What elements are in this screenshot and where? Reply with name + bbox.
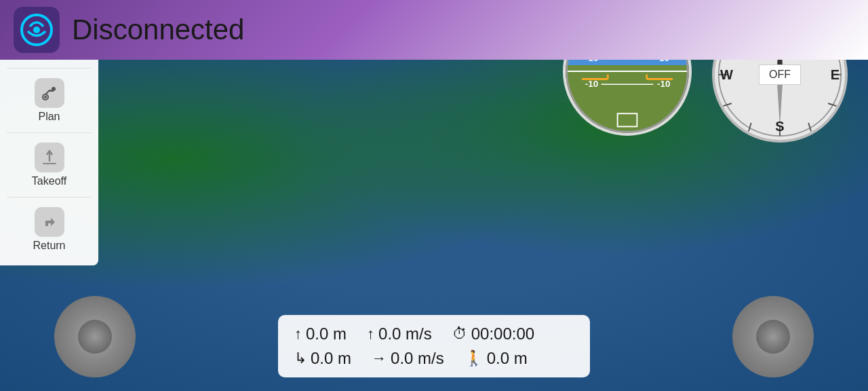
svg-point-1: [33, 26, 40, 33]
vspeed-value: 0.0 m/s: [378, 324, 432, 343]
vspeed-icon: ↑: [367, 325, 374, 343]
connection-status: Disconnected: [72, 14, 244, 46]
return-icon: [35, 207, 64, 237]
telemetry-panel: ↑ 0.0 m ↑ 0.0 m/s ⏱ 00:00:00 ↳ 0.0 m → 0…: [278, 315, 590, 377]
flight-time-item: ⏱ 00:00:00: [452, 324, 534, 343]
plan-icon: [35, 78, 64, 108]
vertical-speed-item: ↑ 0.0 m/s: [367, 324, 432, 343]
height-icon: 🚶: [465, 350, 483, 367]
height-value: 0.0 m: [487, 349, 528, 368]
sidebar-item-takeoff[interactable]: Takeoff: [0, 136, 98, 194]
app-logo: [14, 7, 60, 53]
svg-rect-24: [618, 113, 637, 126]
return-label: Return: [33, 240, 65, 252]
sidebar-item-return[interactable]: Return: [0, 200, 98, 259]
distance-item: ↳ 0.0 m: [294, 349, 351, 368]
telemetry-row-2: ↳ 0.0 m → 0.0 m/s 🚶 0.0 m: [294, 349, 574, 368]
flight-time-value: 00:00:00: [471, 324, 534, 343]
time-icon: ⏱: [452, 325, 467, 343]
hspeed-icon: →: [372, 350, 387, 367]
joystick-right-knob: [756, 320, 790, 354]
hspeed-value: 0.0 m/s: [391, 349, 444, 368]
altitude-item: ↑ 0.0 m: [294, 324, 347, 343]
svg-rect-5: [43, 163, 56, 164]
svg-text:-10: -10: [657, 79, 670, 89]
sidebar-divider-2: [7, 132, 92, 133]
takeoff-label: Takeoff: [32, 175, 66, 187]
svg-point-4: [44, 96, 47, 98]
svg-text:-10: -10: [585, 79, 598, 89]
compass-west: W: [720, 67, 733, 83]
altitude-icon: ↑: [294, 325, 302, 343]
compass-south: S: [775, 119, 784, 134]
joystick-left[interactable]: [54, 296, 136, 377]
plan-label: Plan: [38, 111, 60, 123]
altitude-value: 0.0 m: [306, 324, 347, 343]
compass-status: OFF: [759, 64, 801, 85]
header: Disconnected: [0, 0, 868, 60]
horiz-speed-item: → 0.0 m/s: [372, 349, 444, 368]
distance-value: 0.0 m: [311, 349, 351, 368]
takeoff-icon: [35, 143, 64, 172]
joystick-right[interactable]: [732, 296, 814, 377]
sidebar-divider-1: [7, 68, 92, 69]
distance-icon: ↳: [294, 350, 307, 367]
sidebar-divider-3: [7, 197, 92, 198]
sidebar-item-plan[interactable]: Plan: [0, 71, 98, 130]
height-item: 🚶 0.0 m: [465, 349, 528, 368]
telemetry-row-1: ↑ 0.0 m ↑ 0.0 m/s ⏱ 00:00:00: [294, 324, 574, 343]
joystick-left-knob: [78, 320, 112, 354]
compass-east: E: [831, 67, 840, 83]
